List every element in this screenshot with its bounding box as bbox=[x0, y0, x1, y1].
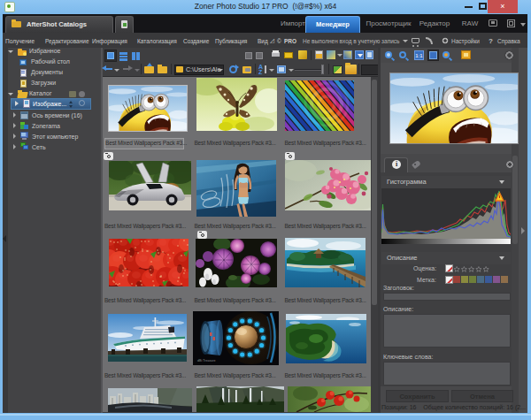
svg-text:dBi Treasure: dBi Treasure bbox=[197, 359, 215, 363]
